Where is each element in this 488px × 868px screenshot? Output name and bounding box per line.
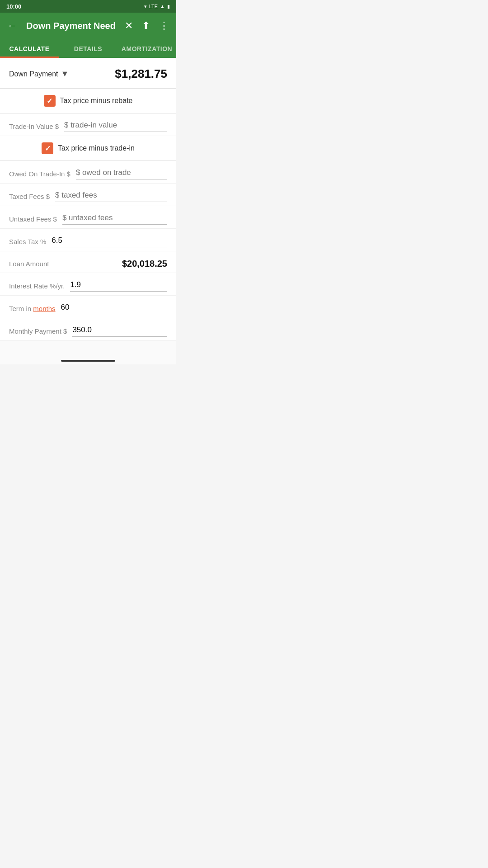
- owed-trade-input-wrap: [76, 168, 167, 179]
- battery-icon: ▮: [167, 4, 170, 9]
- sales-tax-input-wrap: [52, 236, 167, 247]
- untaxed-fees-input-wrap: [62, 213, 167, 225]
- back-button[interactable]: ←: [5, 18, 19, 33]
- untaxed-fees-row: Untaxed Fees $: [0, 206, 176, 229]
- taxed-fees-input[interactable]: [55, 191, 167, 200]
- monthly-payment-input-wrap: [72, 326, 167, 337]
- tax-trade-row: ✓ Tax price minus trade-in: [0, 136, 176, 161]
- checkmark-icon-2: ✓: [45, 144, 51, 153]
- down-payment-row: Down Payment ▼ $1,281.75: [0, 58, 176, 89]
- home-indicator: [0, 354, 176, 364]
- tax-rebate-label: Tax price minus rebate: [60, 97, 133, 105]
- term-months-link[interactable]: months: [33, 305, 55, 312]
- trade-in-value-label: Trade-In Value $: [9, 123, 59, 130]
- monthly-payment-label: Monthly Payment $: [9, 327, 67, 335]
- home-indicator-bar: [61, 360, 115, 362]
- close-button[interactable]: ✕: [123, 18, 135, 33]
- status-bar: 10:00 ▾ LTE ▲ ▮: [0, 0, 176, 13]
- term-row: Term in months: [0, 296, 176, 318]
- untaxed-fees-label: Untaxed Fees $: [9, 215, 57, 223]
- tax-trade-checkbox[interactable]: ✓: [42, 142, 53, 154]
- term-input[interactable]: [61, 303, 167, 312]
- term-input-wrap: [61, 303, 167, 314]
- status-time: 10:00: [6, 3, 21, 10]
- taxed-fees-input-wrap: [55, 191, 167, 202]
- checkmark-icon: ✓: [47, 97, 52, 105]
- trade-in-value-input[interactable]: [64, 121, 167, 130]
- taxed-fees-row: Taxed Fees $: [0, 184, 176, 206]
- trade-in-value-input-wrap: [64, 121, 167, 132]
- owed-trade-input[interactable]: [76, 168, 167, 177]
- signal-icon: ▲: [160, 4, 165, 9]
- interest-rate-row: Interest Rate %/yr.: [0, 273, 176, 296]
- tax-trade-label: Tax price minus trade-in: [58, 144, 135, 152]
- taxed-fees-label: Taxed Fees $: [9, 193, 50, 200]
- down-payment-dropdown[interactable]: Down Payment ▼: [9, 69, 69, 79]
- status-icons: ▾ LTE ▲ ▮: [144, 4, 170, 9]
- sales-tax-input[interactable]: [52, 236, 167, 245]
- interest-rate-label: Interest Rate %/yr.: [9, 282, 65, 290]
- down-payment-label: Down Payment: [9, 70, 58, 78]
- share-button[interactable]: ⬆: [140, 18, 152, 33]
- loan-amount-label: Loan Amount: [9, 260, 49, 268]
- trade-in-value-row: Trade-In Value $: [0, 113, 176, 136]
- tab-calculate[interactable]: CALCULATE: [0, 39, 59, 58]
- tax-rebate-row: ✓ Tax price minus rebate: [0, 89, 176, 113]
- loan-amount-value: $20,018.25: [122, 259, 167, 269]
- term-label: Term in months: [9, 305, 56, 312]
- tax-rebate-checkbox[interactable]: ✓: [44, 95, 56, 107]
- wifi-icon: ▾: [144, 4, 147, 9]
- tab-bar: CALCULATE DETAILS AMORTIZATION: [0, 39, 176, 58]
- tab-details[interactable]: DETAILS: [59, 39, 117, 58]
- app-bar: ← Down Payment Need ✕ ⬆ ⋮: [0, 13, 176, 39]
- interest-rate-input[interactable]: [70, 280, 167, 289]
- monthly-payment-row: Monthly Payment $: [0, 318, 176, 341]
- main-content: Down Payment ▼ $1,281.75 ✓ Tax price min…: [0, 58, 176, 354]
- chevron-down-icon: ▼: [61, 69, 69, 79]
- untaxed-fees-input[interactable]: [62, 213, 167, 222]
- page-title: Down Payment Need: [24, 21, 117, 31]
- owed-trade-row: Owed On Trade-In $: [0, 161, 176, 184]
- more-button[interactable]: ⋮: [157, 18, 171, 33]
- monthly-payment-input[interactable]: [72, 326, 167, 335]
- interest-rate-input-wrap: [70, 280, 167, 292]
- lte-label: LTE: [149, 4, 158, 9]
- tab-amortization[interactable]: AMORTIZATION: [117, 39, 176, 58]
- owed-trade-label: Owed On Trade-In $: [9, 170, 70, 178]
- down-payment-value: $1,281.75: [115, 67, 167, 81]
- sales-tax-label: Sales Tax %: [9, 238, 46, 245]
- sales-tax-row: Sales Tax %: [0, 229, 176, 251]
- loan-amount-row: Loan Amount $20,018.25: [0, 251, 176, 273]
